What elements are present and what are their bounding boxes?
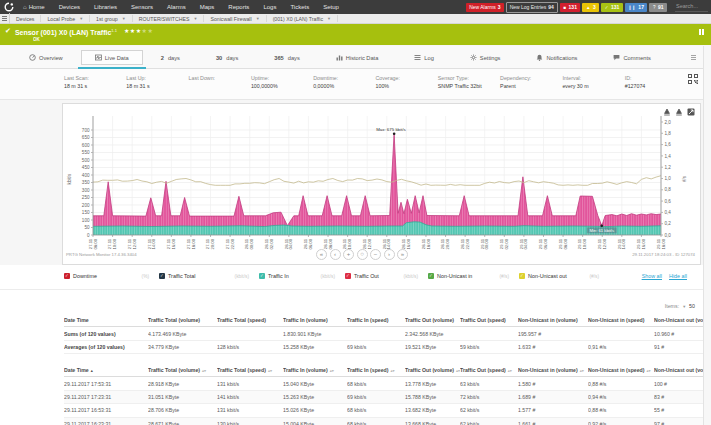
status-badge-check[interactable]: ✓131: [601, 3, 623, 12]
pause-sensor-icon[interactable]: [699, 29, 705, 35]
graph-pager-button-4[interactable]: −: [370, 249, 381, 260]
menu-collapse-icon[interactable]: [0, 13, 10, 24]
breadcrumb-item-2[interactable]: 1st group▼: [90, 15, 133, 22]
nav-item-maps[interactable]: Maps: [193, 4, 222, 10]
scrollbar[interactable]: [703, 46, 711, 425]
show-all-link[interactable]: Show all: [642, 273, 662, 279]
y-axis-right-tick-label: 1,4: [665, 154, 672, 159]
column-header[interactable]: Non-Unicast in (volume)▴▾: [518, 364, 588, 377]
nav-item-logs[interactable]: Logs: [256, 4, 283, 10]
column-header[interactable]: Date Time▴: [64, 364, 148, 377]
status-badge-pause[interactable]: ❙❙17: [625, 3, 648, 12]
value-cell: 131 kbit/s: [217, 404, 283, 417]
tab-30-days[interactable]: 30days: [198, 51, 256, 65]
legend-checkbox[interactable]: ✓: [345, 273, 351, 279]
x-axis-tick-time-label: 18:00: [661, 238, 666, 249]
nav-item-libraries[interactable]: Libraries: [87, 4, 124, 10]
tab-options-icon[interactable]: [690, 54, 697, 61]
new-alarms-badge[interactable]: New Alarms 3: [466, 3, 503, 12]
column-header[interactable]: Traffic Total (volume)▴▾: [148, 364, 217, 377]
hide-all-link[interactable]: Hide all: [669, 273, 687, 279]
new-log-entries-label: New Log Entries: [510, 4, 547, 10]
export-graph-icon[interactable]: [675, 108, 683, 116]
column-header[interactable]: Non-Unicast in (speed)▴▾: [588, 364, 654, 377]
nav-item-reports[interactable]: Reports: [221, 4, 256, 10]
nav-item-devices[interactable]: Devices: [52, 4, 87, 10]
graph-pager-button-0[interactable]: «: [316, 249, 327, 260]
nav-item-home[interactable]: ⌂Home: [16, 4, 52, 10]
y-axis-left-tick-label: 600: [82, 143, 90, 148]
column-header[interactable]: Traffic Out (speed): [460, 314, 518, 327]
column-header[interactable]: Traffic Out (speed)▴▾: [460, 364, 518, 377]
column-header[interactable]: Traffic In (speed)▴▾: [347, 364, 405, 377]
legend-checkbox[interactable]: ✓: [428, 273, 434, 279]
prtg-logo-icon[interactable]: [2, 0, 16, 14]
breadcrumb-item-1[interactable]: Local Probe▼: [41, 15, 90, 22]
column-header[interactable]: Traffic Out (volume): [405, 314, 460, 327]
column-header[interactable]: Non-Unicast in (volume): [518, 314, 588, 327]
items-per-page-select[interactable]: Items: ▼ 50: [665, 303, 695, 309]
column-header[interactable]: Traffic In (speed): [347, 314, 405, 327]
nav-item-setup[interactable]: Setup: [316, 4, 346, 10]
column-header-label: Traffic In (speed): [347, 317, 389, 323]
breadcrumb-item-0[interactable]: Devices: [10, 15, 41, 22]
download-graph-icon[interactable]: [663, 108, 671, 116]
nav-item-tickets[interactable]: Tickets: [283, 4, 316, 10]
legend-checkbox[interactable]: ✓: [519, 273, 525, 279]
breadcrumb-item-4[interactable]: Sonicwall Firewall▼: [204, 15, 266, 22]
legend-checkbox[interactable]: ✓: [259, 273, 265, 279]
column-header[interactable]: Traffic Out (volume)▴▾: [405, 364, 460, 377]
new-log-entries-badge[interactable]: New Log Entries 94: [506, 2, 558, 13]
tab-settings[interactable]: Settings: [452, 50, 519, 65]
column-header[interactable]: Traffic In (volume)▴▾: [283, 364, 347, 377]
tab-comments[interactable]: Comments: [595, 50, 669, 65]
column-header[interactable]: Date Time: [64, 314, 148, 327]
breadcrumb-label: Devices: [16, 16, 34, 22]
tab-live-data[interactable]: Live Data: [81, 50, 143, 65]
legend-item-traffic-total: ✓Traffic Total(kbit/s): [159, 273, 259, 279]
graph-pager-button-6[interactable]: »: [397, 249, 408, 260]
legend-checkbox[interactable]: ✓: [64, 273, 70, 279]
status-badge-stop[interactable]: ■131: [560, 3, 581, 12]
graph-pager-button-5[interactable]: ›: [384, 249, 395, 260]
traffic-live-graph: 0501001502002503003504004505005506006507…: [63, 104, 700, 264]
legend-checkbox[interactable]: ✓: [159, 273, 165, 279]
tab-label: Log: [424, 55, 434, 61]
graph-pager-button-3[interactable]: ○: [357, 249, 368, 260]
priority-stars[interactable]: ★★★★★: [124, 27, 153, 35]
sensor-status-text: OK: [33, 37, 40, 42]
x-axis-tick-time-label: 20:00: [210, 238, 215, 249]
nav-item-sensors[interactable]: Sensors: [124, 4, 160, 10]
column-header[interactable]: Traffic Total (speed): [217, 314, 283, 327]
tab-historic-data[interactable]: Historic Data: [318, 50, 397, 65]
zoom-graph-icon[interactable]: [687, 108, 695, 116]
value-cell: 0,92 #/s: [588, 417, 654, 425]
tab-365-days[interactable]: 365days: [256, 51, 318, 65]
breadcrumb-item-3[interactable]: ROUTER/SWITCHES▼: [133, 15, 205, 22]
tab-label: days: [226, 55, 238, 61]
prtg-page: ⌂HomeDevicesLibrariesSensorsAlarmsMapsRe…: [0, 0, 711, 425]
tab-2-days[interactable]: 2days: [143, 51, 198, 65]
column-header[interactable]: Traffic Total (volume): [148, 314, 217, 327]
status-badge-question[interactable]: ?91: [649, 3, 667, 12]
value-cell: [347, 327, 405, 340]
y-axis-left-tick-label: 550: [82, 150, 90, 155]
info-last-up: Last Up:18 m 31 s: [126, 75, 149, 89]
column-header[interactable]: Traffic In (volume): [283, 314, 347, 327]
graph-pager-button-1[interactable]: ‹: [330, 249, 341, 260]
search-input[interactable]: Search...: [675, 2, 708, 12]
tab-overview[interactable]: Overview: [11, 50, 81, 65]
column-header[interactable]: Non-Unicast in (speed): [588, 314, 654, 327]
items-label: Items:: [665, 303, 679, 309]
tab-log[interactable]: Log: [396, 50, 452, 65]
y-axis-left-tick-label: 100: [82, 218, 90, 223]
tab-notifications[interactable]: Notifications: [518, 50, 595, 65]
nav-item-alarms[interactable]: Alarms: [160, 4, 193, 10]
column-header[interactable]: Traffic Total (speed)▴▾: [217, 364, 283, 377]
info-interval: Interval:every 30 m: [562, 75, 588, 89]
breadcrumb-item-5[interactable]: (001) X0 (LAN) Traffic▼: [267, 15, 338, 22]
status-badge-warn[interactable]: ▲3: [582, 3, 599, 12]
stop-icon: ■: [563, 5, 566, 10]
qr-code-icon[interactable]: [688, 74, 698, 84]
graph-pager-button-2[interactable]: +: [343, 249, 354, 260]
